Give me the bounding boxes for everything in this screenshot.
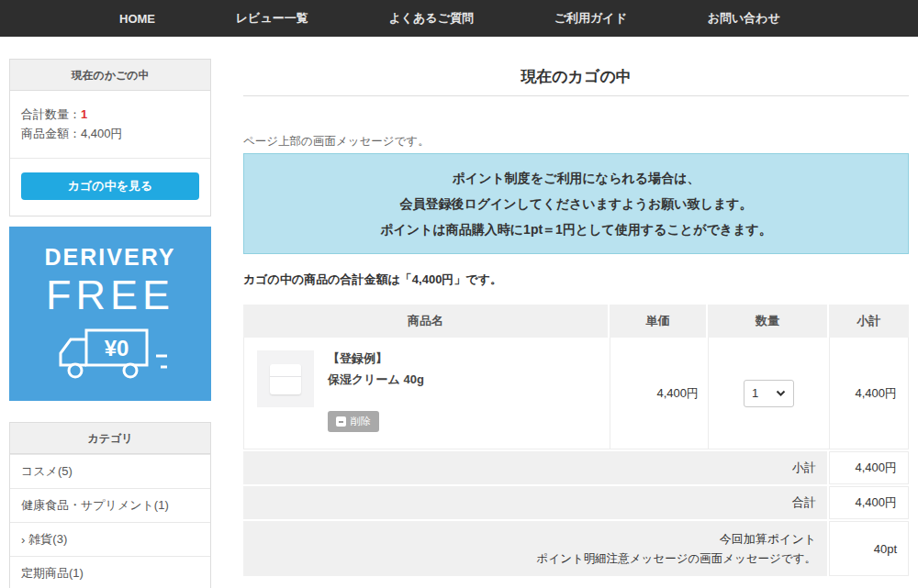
points-info-box: ポイント制度をご利用になられる場合は、 会員登録後ログインしてくださいますようお…: [243, 153, 909, 254]
summary-row-points: 今回加算ポイント ポイント明細注意メッセージの画面メッセージです。 40pt: [243, 521, 909, 576]
cart-qty-label: 合計数量：: [21, 107, 81, 121]
summary-value-text: 4,400円: [855, 494, 897, 511]
summary-label-text: 小計: [792, 460, 816, 476]
points-label-text: 今回加算ポイント: [720, 531, 816, 548]
chevron-down-icon: [776, 390, 786, 396]
nav-item-reviews[interactable]: レビュー一覧: [236, 10, 308, 27]
delivery-truck-icon: ¥0: [9, 325, 211, 387]
view-cart-button[interactable]: カゴの中を見る: [21, 172, 199, 200]
product-name-line2: 保湿クリーム 40g: [328, 372, 424, 387]
category-item-label: 定期商品(1): [21, 565, 84, 582]
cart-summary-info: 合計数量：1 商品金額：4,400円: [10, 91, 210, 158]
cart-button-area: カゴの中を見る: [10, 158, 210, 216]
cart-qty-value: 1: [81, 107, 87, 121]
header-product-name: 商品名: [243, 305, 610, 338]
info-line: 会員登録後ログインしてくださいますようお願い致します。: [244, 191, 908, 216]
header-unit-price: 単価: [610, 305, 708, 338]
category-item-teiki[interactable]: 定期商品(1): [10, 556, 210, 588]
delete-item-button[interactable]: 削除: [328, 411, 379, 432]
header-subtotal: 小計: [829, 305, 909, 338]
unit-price-value: 4,400円: [656, 385, 699, 402]
summary-value-text: 4,400円: [855, 460, 897, 476]
summary-subtotal-value: 4,400円: [829, 451, 909, 484]
top-navigation: HOME レビュー一覧 よくあるご質問 ご利用ガイド お問い合わせ: [0, 0, 918, 37]
nav-item-faq[interactable]: よくあるご質問: [388, 10, 474, 27]
product-name-block: 【登録例】 保湿クリーム 40g 削除: [328, 350, 424, 449]
header-quantity: 数量: [708, 305, 829, 338]
category-item-health[interactable]: 健康食品・サプリメント(1): [10, 488, 210, 522]
category-item-label: 健康食品・サプリメント(1): [21, 497, 169, 514]
quantity-select[interactable]: 1: [744, 380, 794, 407]
sidebar: 現在のかごの中 合計数量：1 商品金額：4,400円 カゴの中を見る DERIV…: [9, 59, 211, 588]
summary-row-subtotal: 小計 4,400円: [243, 451, 909, 484]
summary-subtotal-label: 小計: [243, 451, 827, 484]
quantity-cell: 1: [709, 338, 830, 449]
delete-button-label: 削除: [351, 415, 371, 428]
category-item-cosme[interactable]: コスメ(5): [10, 454, 210, 488]
summary-value-text: 40pt: [874, 542, 897, 556]
category-item-zakka[interactable]: ›雑貨(3): [10, 522, 210, 556]
summary-points-value: 40pt: [829, 521, 909, 576]
cart-table: 商品名 単価 数量 小計 【登録例】 保湿クリーム 40g 削除: [243, 305, 909, 576]
page-title: 現在のカゴの中: [243, 66, 909, 87]
svg-text:¥0: ¥0: [105, 336, 129, 361]
banner-delivery-text: DERIVERY: [9, 245, 211, 271]
nav-item-contact[interactable]: お問い合わせ: [708, 10, 780, 27]
cart-total-quantity: 合計数量：1: [21, 105, 199, 124]
info-line: ポイントは商品購入時に1pt＝1円として使用することができます。: [244, 216, 908, 242]
cart-amount-label: 商品金額：: [21, 127, 81, 140]
nav-item-guide[interactable]: ご利用ガイド: [554, 10, 627, 27]
summary-label-text: 合計: [792, 494, 816, 511]
quantity-value: 1: [752, 386, 758, 400]
cream-jar-graphic: [270, 364, 301, 394]
free-delivery-banner[interactable]: DERIVERY FREE ¥0: [9, 227, 211, 401]
banner-free-text: FREE: [9, 272, 211, 318]
unit-price-cell: 4,400円: [610, 338, 709, 449]
category-item-label: 雑貨(3): [28, 531, 67, 548]
product-row: 【登録例】 保湿クリーム 40g 削除 4,400円 1 4,4: [243, 338, 909, 449]
points-note-text: ポイント明細注意メッセージの画面メッセージです。: [537, 551, 816, 567]
subtotal-cell: 4,400円: [830, 338, 908, 449]
main-content: 現在のカゴの中 ページ上部の画面メッセージです。 ポイント制度をご利用になられる…: [243, 37, 909, 588]
nav-item-home[interactable]: HOME: [119, 12, 155, 26]
page: HOME レビュー一覧 よくあるご質問 ご利用ガイド お問い合わせ 現在のかごの…: [0, 0, 918, 588]
table-header-row: 商品名 単価 数量 小計: [243, 305, 909, 338]
top-message-note: ページ上部の画面メッセージです。: [243, 134, 430, 150]
product-name-line1: 【登録例】: [328, 350, 424, 366]
info-line: ポイント制度をご利用になられる場合は、: [244, 165, 908, 191]
summary-points-label: 今回加算ポイント ポイント明細注意メッセージの画面メッセージです。: [243, 521, 827, 576]
cart-amount-value: 4,400円: [81, 127, 123, 140]
category-box: カテゴリ コスメ(5) 健康食品・サプリメント(1) ›雑貨(3) 定期商品(1…: [9, 422, 211, 588]
summary-row-total: 合計 4,400円: [243, 486, 909, 519]
cart-summary-box: 現在のかごの中 合計数量：1 商品金額：4,400円 カゴの中を見る: [9, 59, 211, 216]
product-image: [257, 350, 314, 407]
minus-icon: [336, 416, 346, 427]
cart-total-amount: 商品金額：4,400円: [21, 124, 199, 143]
category-title: カテゴリ: [10, 423, 210, 454]
cart-total-note: カゴの中の商品の合計金額は「4,400円」です。: [243, 272, 502, 288]
title-divider: [243, 95, 909, 96]
category-item-label: コスメ(5): [21, 463, 73, 480]
summary-total-label: 合計: [243, 486, 827, 519]
summary-total-value: 4,400円: [829, 486, 909, 519]
subtotal-value: 4,400円: [855, 385, 897, 402]
cart-summary-title: 現在のかごの中: [10, 60, 210, 91]
chevron-right-icon: ›: [21, 533, 25, 547]
product-name-cell: 【登録例】 保湿クリーム 40g 削除: [244, 338, 610, 449]
